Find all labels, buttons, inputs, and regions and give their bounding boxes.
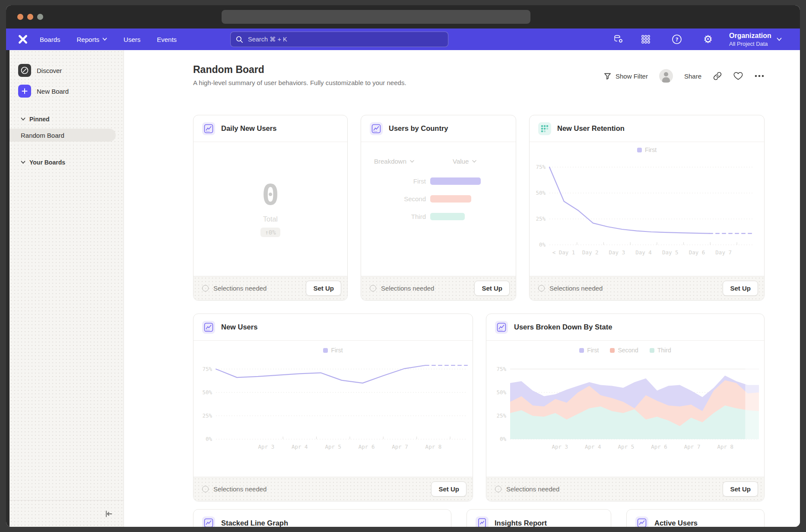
- set-up-button[interactable]: Set Up: [723, 481, 758, 497]
- svg-text:Apr 4: Apr 4: [585, 443, 601, 450]
- line-chart-icon: [202, 122, 215, 135]
- retention-line-chart: 75%50%25%0%< Day 1Day 2Day 3Day 4Day 5Da…: [530, 154, 764, 263]
- nav-item-users[interactable]: Users: [124, 36, 140, 43]
- bar-label: Third: [361, 213, 426, 220]
- section-label: Pinned: [29, 116, 50, 123]
- org-switcher[interactable]: Organization All Project Data: [729, 32, 782, 47]
- sidebar-footer: [10, 500, 124, 527]
- chevron-down-icon: [777, 38, 782, 41]
- svg-text:50%: 50%: [536, 190, 546, 196]
- chevron-down-icon: [102, 38, 107, 41]
- svg-text:< Day 1: < Day 1: [552, 249, 575, 256]
- apps-grid-icon[interactable]: [640, 34, 651, 45]
- svg-text:Day 7: Day 7: [715, 249, 732, 256]
- metric-value: 0: [262, 181, 279, 209]
- sidebar-section-pinned[interactable]: Pinned: [21, 116, 124, 123]
- legend-item: First: [579, 347, 599, 354]
- plus-icon: [18, 85, 31, 98]
- more-options-button[interactable]: [754, 74, 765, 78]
- collapse-sidebar-icon[interactable]: [105, 510, 113, 518]
- legend-item: First: [637, 146, 657, 153]
- heart-icon: [733, 72, 743, 80]
- card-insights-report: Insights Report: [466, 509, 611, 527]
- status-text: Selections needed: [381, 285, 434, 292]
- bar-second: [430, 195, 471, 203]
- nav-item-events[interactable]: Events: [157, 36, 177, 43]
- board-main: Random Board A high-level summary of use…: [124, 50, 800, 527]
- legend-item: Second: [610, 347, 638, 354]
- browser-url-bar[interactable]: [222, 10, 530, 24]
- card-active-users: Active Users: [626, 509, 765, 527]
- nav-item-label: Users: [124, 36, 140, 43]
- card-stacked-line-graph: Stacked Line Graph: [193, 509, 451, 527]
- sidebar-item-new-board[interactable]: New Board: [18, 84, 124, 98]
- show-filter-button[interactable]: Show Filter: [603, 72, 648, 80]
- chart-legend: First: [194, 346, 473, 355]
- card-title: New Users: [221, 323, 257, 331]
- report-icon: [476, 516, 489, 527]
- compass-icon: [18, 64, 31, 77]
- sidebar-item-label: Discover: [37, 67, 62, 74]
- set-up-button[interactable]: Set Up: [306, 281, 341, 296]
- global-search[interactable]: [230, 32, 448, 47]
- set-up-button[interactable]: Set Up: [431, 481, 466, 497]
- svg-text:50%: 50%: [496, 389, 506, 396]
- line-chart-icon: [635, 516, 648, 527]
- svg-text:Apr 4: Apr 4: [292, 443, 308, 450]
- help-icon[interactable]: ?: [671, 34, 682, 45]
- status-circle-icon: [495, 486, 501, 492]
- bar-row: Third: [361, 211, 516, 222]
- show-filter-label: Show Filter: [616, 73, 648, 80]
- window-close-button[interactable]: [17, 14, 23, 20]
- mixpanel-logo-icon[interactable]: [17, 34, 29, 45]
- nav-item-label: Reports: [77, 36, 100, 43]
- legend-item: First: [323, 347, 343, 354]
- search-icon: [236, 36, 243, 43]
- data-management-icon[interactable]: [613, 34, 624, 45]
- nav-item-label: Boards: [40, 36, 60, 43]
- left-dark-rail: [6, 50, 10, 527]
- svg-text:Apr 6: Apr 6: [359, 443, 375, 450]
- org-name: Organization: [729, 32, 771, 40]
- svg-text:Apr 7: Apr 7: [684, 443, 701, 450]
- copy-link-button[interactable]: [713, 71, 722, 81]
- chart-legend: First: [530, 146, 764, 154]
- breakdown-dropdown[interactable]: Breakdown: [374, 158, 414, 165]
- board-actions: Show Filter Share: [603, 69, 765, 83]
- metric-delta-badge: ↑0%: [260, 228, 280, 237]
- sidebar-section-your-boards[interactable]: Your Boards: [21, 159, 124, 166]
- top-navbar: Boards Reports Users Events: [6, 28, 800, 50]
- line-chart-icon: [202, 516, 215, 527]
- line-chart-icon: [495, 321, 508, 334]
- avatar[interactable]: [659, 69, 673, 83]
- window-zoom-button[interactable]: [37, 14, 43, 20]
- status-text: Selections needed: [213, 485, 267, 493]
- favorite-button[interactable]: [733, 72, 743, 80]
- svg-text:Apr 6: Apr 6: [651, 443, 667, 450]
- app-window: Boards Reports Users Events: [6, 5, 800, 527]
- sidebar-item-random-board[interactable]: Random Board: [10, 129, 116, 142]
- set-up-button[interactable]: Set Up: [723, 281, 758, 296]
- screenshot-stage: Boards Reports Users Events: [0, 0, 806, 532]
- nav-item-boards[interactable]: Boards: [40, 36, 60, 43]
- card-title: New User Retention: [557, 124, 625, 133]
- bar-label: Second: [361, 195, 426, 203]
- card-title: Insights Report: [495, 519, 547, 527]
- status-circle-icon: [538, 285, 545, 291]
- nav-item-reports[interactable]: Reports: [77, 36, 108, 43]
- bar-first: [430, 177, 481, 185]
- chart-legend: FirstSecondThird: [486, 346, 764, 355]
- status-text: Selections needed: [549, 285, 603, 292]
- window-minimize-button[interactable]: [27, 14, 33, 20]
- chevron-down-icon: [21, 161, 25, 164]
- status-circle-icon: [202, 285, 209, 291]
- value-dropdown[interactable]: Value: [453, 158, 476, 165]
- sidebar-item-discover[interactable]: Discover: [18, 63, 124, 78]
- svg-text:Apr 8: Apr 8: [425, 443, 442, 450]
- search-input[interactable]: [247, 35, 443, 43]
- settings-gear-icon[interactable]: ⚙: [702, 34, 714, 45]
- share-button[interactable]: Share: [684, 73, 701, 80]
- sidebar: Discover New Board Pinned Random Board: [10, 50, 124, 527]
- svg-text:Day 4: Day 4: [635, 249, 652, 256]
- set-up-button[interactable]: Set Up: [474, 281, 510, 296]
